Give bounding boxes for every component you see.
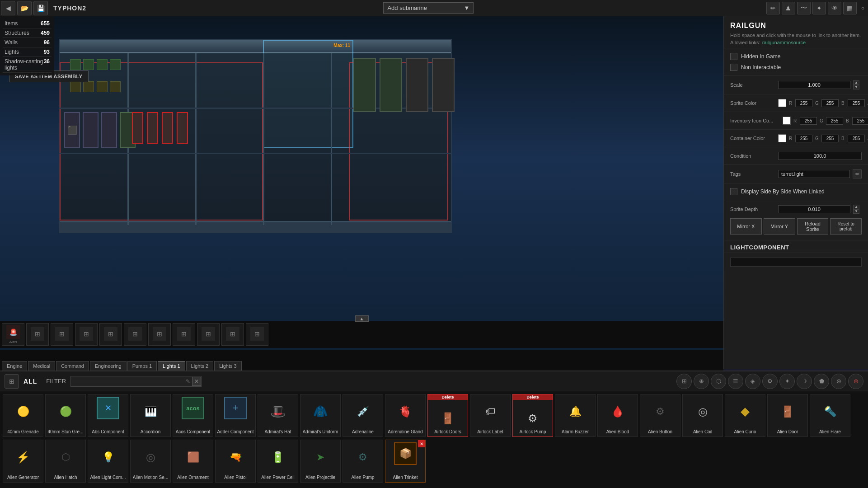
- save-button[interactable]: 💾: [33, 1, 48, 15]
- scale-down-btn[interactable]: ▼: [853, 85, 859, 89]
- corner-icon[interactable]: ○: [861, 5, 864, 11]
- item-alien-button[interactable]: ⚙ Alien Button: [640, 394, 680, 437]
- item-admirals-uniform[interactable]: 🧥 Admiral's Uniform: [300, 394, 341, 437]
- sprite-color-swatch[interactable]: [778, 99, 786, 107]
- item-alien-door[interactable]: 🚪 Alien Door: [767, 394, 808, 437]
- item-acos-component[interactable]: acos Acos Component: [173, 394, 213, 437]
- sublayer-item[interactable]: ⊞: [221, 323, 244, 346]
- open-button[interactable]: 📂: [17, 1, 32, 15]
- tab-engine[interactable]: Engine: [2, 361, 27, 371]
- reload-sprite-button[interactable]: Reload Sprite: [797, 218, 829, 235]
- mirror-y-button[interactable]: Mirror Y: [764, 218, 795, 235]
- sublayer-item[interactable]: 🚨 Alert: [2, 323, 24, 346]
- grid-view-button[interactable]: ⊞: [5, 374, 19, 389]
- item-adrenaline-gland[interactable]: 🫀 Adrenaline Gland: [385, 394, 426, 437]
- item-alien-blood[interactable]: 🩸 Alien Blood: [597, 394, 638, 437]
- sprite-b-input[interactable]: [848, 99, 865, 107]
- sublayer-item[interactable]: ⊞: [99, 323, 122, 346]
- con-r-input[interactable]: [795, 135, 812, 142]
- item-alarm-buzzer[interactable]: 🔔 Alarm Buzzer: [555, 394, 596, 437]
- item-alien-power-cell[interactable]: 🔋 Alien Power Cell: [258, 440, 298, 483]
- filter-cat-6[interactable]: ✦: [779, 374, 795, 389]
- reset-prefab-button[interactable]: Reset to prefab: [830, 218, 862, 235]
- item-adder-component[interactable]: + Adder Component: [215, 394, 256, 437]
- tab-pumps1[interactable]: Pumps 1: [127, 361, 157, 371]
- filter-cat-8[interactable]: ⬟: [814, 374, 829, 389]
- con-g-input[interactable]: [821, 135, 839, 142]
- item-alien-curio[interactable]: ◆ Alien Curio: [725, 394, 765, 437]
- tab-lights1[interactable]: Lights 1: [158, 361, 185, 371]
- item-alien-pump[interactable]: ⚙ Alien Pump: [343, 440, 383, 483]
- item-alien-flare[interactable]: 🔦 Alien Flare: [810, 394, 850, 437]
- item-alien-pistol[interactable]: 🔫 Alien Pistol: [215, 440, 256, 483]
- item-airlock-pump[interactable]: Delete ⚙ Airlock Pump: [512, 394, 553, 437]
- item-adrenaline[interactable]: 💉 Adrenaline: [343, 394, 383, 437]
- panel-toggle-arrow[interactable]: ▲: [355, 315, 369, 322]
- sublayer-item[interactable]: ⊞: [197, 323, 220, 346]
- tab-command[interactable]: Command: [56, 361, 89, 371]
- display-side-checkbox[interactable]: [730, 188, 737, 195]
- filter-cat-4[interactable]: ◈: [745, 374, 760, 389]
- filter-cat-3[interactable]: ☰: [728, 374, 743, 389]
- sublayer-item[interactable]: ⊞: [124, 323, 146, 346]
- sublayer-item[interactable]: ⊞: [51, 323, 73, 346]
- filter-cat-10[interactable]: ⊜: [848, 374, 863, 389]
- filter-cat-9[interactable]: ⊛: [831, 374, 846, 389]
- filter-cat-1[interactable]: ⊕: [694, 374, 709, 389]
- item-40mm-grenade[interactable]: 🟡 40mm Grenade: [3, 394, 43, 437]
- item-alien-trinket[interactable]: 📦 ✕ Alien Trinket: [385, 440, 426, 483]
- item-alien-motion-sensor[interactable]: ◎ Alien Motion Se...: [130, 440, 171, 483]
- item-alien-coil[interactable]: ◎ Alien Coil: [682, 394, 723, 437]
- item-accordion[interactable]: 🎹 Accordion: [130, 394, 171, 437]
- tab-lights2[interactable]: Lights 2: [186, 361, 214, 371]
- sublayer-item[interactable]: ⊞: [173, 323, 195, 346]
- pencil-tool[interactable]: ✏: [766, 2, 780, 14]
- clear-filter-button[interactable]: ✕: [192, 377, 201, 386]
- filter-input[interactable]: [71, 376, 184, 386]
- inv-g-input[interactable]: [826, 117, 843, 125]
- path-tool[interactable]: 〜: [797, 2, 811, 14]
- filter-cat-5[interactable]: ⚙: [762, 374, 778, 389]
- tab-lights3[interactable]: Lights 3: [214, 361, 242, 371]
- sprite-depth-input[interactable]: [778, 205, 850, 213]
- non-interactable-checkbox[interactable]: [730, 64, 737, 71]
- view-tool[interactable]: 👁: [828, 2, 841, 14]
- node-tool[interactable]: ✦: [812, 2, 826, 14]
- item-airlock-label[interactable]: 🏷 Airlock Label: [470, 394, 511, 437]
- grid-tool[interactable]: ▦: [843, 2, 857, 14]
- item-40mm-stun-grenade[interactable]: 🟢 40mm Stun Gre...: [45, 394, 86, 437]
- container-color-swatch[interactable]: [778, 134, 786, 142]
- item-alien-generator[interactable]: ⚡ Alien Generator: [3, 440, 43, 483]
- tab-medical[interactable]: Medical: [28, 361, 55, 371]
- sprite-g-input[interactable]: [821, 99, 839, 107]
- back-button[interactable]: ◀: [1, 1, 15, 15]
- canvas-area[interactable]: SAVE AS ITEM ASSEMBLY Max: 11: [0, 16, 723, 371]
- item-admirals-hat[interactable]: 🎩 Admiral's Hat: [258, 394, 298, 437]
- filter-cat-all[interactable]: ⊞: [676, 374, 692, 389]
- scale-up-btn[interactable]: ▲: [853, 80, 859, 85]
- sublayer-item[interactable]: ⊞: [246, 323, 268, 346]
- con-b-input[interactable]: [848, 135, 865, 142]
- inv-b-input[interactable]: [852, 117, 868, 125]
- sublayer-item[interactable]: ⊞: [75, 323, 98, 346]
- scale-input[interactable]: [778, 81, 850, 89]
- item-abs-component[interactable]: ✕ Abs Component: [88, 394, 128, 437]
- item-alien-light-com[interactable]: 💡 Alien Light Com...: [88, 440, 128, 483]
- tags-edit-button[interactable]: ✏: [853, 169, 862, 178]
- submarine-dropdown[interactable]: Add submarine ▼: [383, 2, 474, 14]
- sublayer-item[interactable]: ⊞: [26, 323, 49, 346]
- mirror-x-button[interactable]: Mirror X: [730, 218, 762, 235]
- item-alien-ornament[interactable]: 🟫 Alien Ornament: [173, 440, 213, 483]
- hidden-in-game-checkbox[interactable]: [730, 53, 737, 60]
- filter-cat-7[interactable]: ☽: [797, 374, 812, 389]
- tab-engineering[interactable]: Engineering: [90, 361, 127, 371]
- sprite-depth-up-btn[interactable]: ▲: [853, 205, 859, 209]
- item-airlock-doors[interactable]: Delete 🚪 Airlock Doors: [427, 394, 468, 437]
- sprite-r-input[interactable]: [795, 99, 812, 107]
- character-tool[interactable]: ♟: [782, 2, 795, 14]
- all-filter-button[interactable]: ALL: [23, 378, 37, 385]
- sprite-depth-down-btn[interactable]: ▼: [853, 209, 859, 214]
- inv-r-input[interactable]: [800, 117, 817, 125]
- filter-cat-2[interactable]: ⬡: [711, 374, 726, 389]
- tags-input[interactable]: [778, 170, 850, 178]
